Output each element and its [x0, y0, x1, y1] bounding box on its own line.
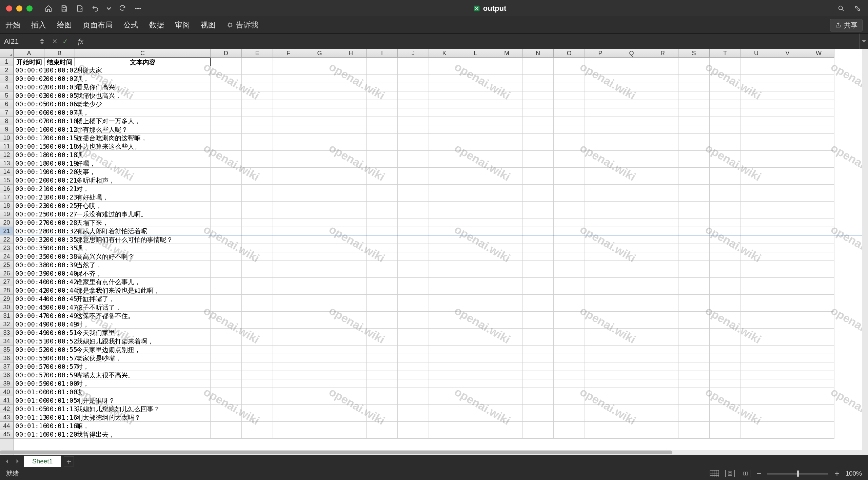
cell[interactable] [741, 354, 772, 362]
cell[interactable]: 00:00:23 [14, 202, 44, 210]
cell[interactable] [304, 58, 335, 66]
cell[interactable] [273, 312, 304, 320]
cell[interactable] [554, 312, 585, 320]
row-header[interactable]: 39 [0, 379, 14, 388]
cell[interactable] [585, 269, 616, 278]
cell[interactable] [242, 125, 273, 134]
cell[interactable] [273, 176, 304, 185]
cell[interactable] [273, 218, 304, 227]
cell[interactable] [803, 176, 834, 185]
cell[interactable] [398, 252, 429, 261]
cell[interactable] [710, 83, 741, 91]
cell[interactable] [242, 337, 273, 346]
cell[interactable] [803, 337, 834, 346]
cell[interactable] [678, 295, 710, 303]
cell[interactable] [242, 320, 273, 329]
cell[interactable] [460, 117, 491, 125]
cell[interactable] [460, 362, 491, 371]
tab-data[interactable]: 数据 [149, 20, 164, 30]
cell[interactable] [335, 142, 367, 151]
cell[interactable] [429, 362, 460, 371]
cell[interactable] [803, 278, 834, 286]
cell[interactable] [710, 362, 741, 371]
cell[interactable] [211, 75, 242, 83]
cell[interactable] [772, 295, 803, 303]
cell[interactable] [616, 312, 647, 320]
cell[interactable] [335, 362, 367, 371]
cell[interactable]: 00:00:21 [14, 185, 44, 193]
cell[interactable]: 00:00:07 [14, 117, 44, 125]
cell[interactable] [273, 134, 304, 142]
cell[interactable] [367, 362, 398, 371]
cell[interactable]: 00:00:28 [44, 218, 75, 227]
cell[interactable] [585, 185, 616, 193]
cell[interactable] [211, 244, 242, 252]
cell[interactable] [772, 261, 803, 269]
cell[interactable]: 00:01:16 [44, 413, 75, 422]
cell[interactable] [429, 108, 460, 117]
col-header-B[interactable]: B [44, 49, 75, 58]
cell[interactable] [803, 388, 834, 396]
cell[interactable] [242, 159, 273, 168]
cell[interactable] [429, 168, 460, 176]
cell[interactable] [710, 134, 741, 142]
cell[interactable] [273, 108, 304, 117]
cell[interactable] [398, 142, 429, 151]
cell[interactable] [398, 83, 429, 91]
cell[interactable] [554, 362, 585, 371]
cell[interactable] [242, 151, 273, 159]
cell[interactable] [398, 125, 429, 134]
cell[interactable] [678, 125, 710, 134]
cell[interactable] [647, 320, 678, 329]
col-header-L[interactable]: L [460, 49, 491, 58]
cell[interactable] [211, 235, 242, 244]
cell[interactable] [367, 371, 398, 379]
cell[interactable] [772, 303, 803, 312]
cell[interactable]: 00:00:44 [44, 286, 75, 295]
col-header-I[interactable]: I [367, 49, 398, 58]
cell[interactable] [335, 320, 367, 329]
cell[interactable] [647, 210, 678, 218]
cell[interactable] [522, 354, 554, 362]
cell[interactable] [678, 66, 710, 75]
cell[interactable] [803, 303, 834, 312]
cell[interactable] [304, 269, 335, 278]
cell[interactable] [710, 100, 741, 108]
cell[interactable] [304, 261, 335, 269]
cell[interactable] [678, 371, 710, 379]
cell[interactable] [460, 218, 491, 227]
cell[interactable] [335, 108, 367, 117]
cell[interactable] [491, 329, 522, 337]
cell[interactable]: 当然了， [75, 261, 211, 269]
tab-view[interactable]: 视图 [201, 20, 216, 30]
cell[interactable]: 00:00:49 [14, 329, 44, 337]
cell[interactable] [273, 320, 304, 329]
cell[interactable]: 00:00:21 [44, 185, 75, 193]
cell[interactable] [273, 244, 304, 252]
cell[interactable] [678, 185, 710, 193]
cell[interactable] [585, 151, 616, 159]
cell[interactable] [710, 176, 741, 185]
cell[interactable] [367, 75, 398, 83]
collab-icon[interactable] [853, 4, 862, 13]
cell[interactable] [491, 176, 522, 185]
cell[interactable] [429, 75, 460, 83]
cell[interactable] [678, 396, 710, 405]
cell[interactable] [803, 168, 834, 176]
row-header[interactable]: 29 [0, 295, 14, 303]
cell[interactable] [772, 388, 803, 396]
cell[interactable] [772, 117, 803, 125]
row-header[interactable]: 14 [0, 168, 14, 176]
cell[interactable] [710, 66, 741, 75]
cell[interactable]: 00:01:00 [14, 396, 44, 405]
cell[interactable] [304, 371, 335, 379]
cell[interactable] [710, 193, 741, 202]
cell[interactable] [460, 185, 491, 193]
cell[interactable] [522, 320, 554, 329]
cell[interactable] [803, 193, 834, 202]
cell[interactable] [772, 405, 803, 413]
view-pagelayout-icon[interactable] [725, 470, 735, 477]
cell[interactable]: 刚开是谁呀？ [75, 396, 211, 405]
cell[interactable] [429, 176, 460, 185]
cell[interactable] [710, 108, 741, 117]
